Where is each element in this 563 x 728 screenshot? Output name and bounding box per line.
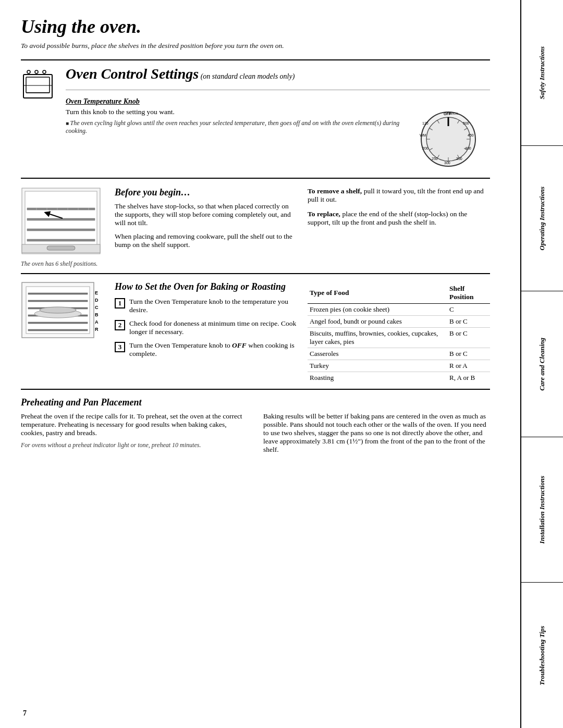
preheat-col-right: Baking results will be better if baking … [263, 412, 490, 454]
shelf-position-cell: C [447, 304, 490, 316]
page-number: 7 [23, 709, 27, 718]
step-3-text: Turn the Oven Temperature knob to OFF wh… [129, 341, 297, 358]
svg-text:500: 500 [463, 121, 469, 125]
sidebar-section-safety: Safety Instructions [521, 0, 563, 146]
oven-control-section: Oven Control Settings (on standard clean… [21, 66, 490, 172]
food-name-cell: Casseroles [308, 348, 447, 360]
oven-icon-container [21, 67, 57, 103]
svg-rect-50 [28, 300, 88, 302]
oven-control-heading: Oven Control Settings (on standard clean… [66, 66, 490, 82]
shelf-position-cell: B or C [447, 316, 490, 328]
svg-rect-49 [28, 293, 88, 294]
knob-note: The oven cycling light glows until the o… [66, 119, 401, 135]
preheat-section: Preheating and Pan Placement Preheat the… [21, 397, 490, 454]
step-2: 2 Check food for doneness at minimum tim… [115, 319, 297, 336]
table-row: RoastingR, A or B [308, 372, 490, 384]
preheat-heading: Preheating and Pan Placement [21, 397, 490, 408]
oven-control-title: Oven Control Settings [66, 66, 199, 82]
how-to-steps-col: How to Set the Oven for Baking or Roasti… [115, 281, 297, 363]
oven-icon [21, 67, 55, 101]
svg-text:450: 450 [468, 133, 474, 137]
svg-text:250: 250 [432, 157, 438, 161]
divider-mid1 [21, 178, 490, 179]
oven-positions-svg: E D C B A R [21, 281, 102, 339]
sidebar-care-label: Care and Cleaning [538, 338, 546, 391]
knob-label: Oven Temperature Knob [66, 97, 490, 106]
step-num-2: 2 [115, 320, 125, 330]
step-3: 3 Turn the Oven Temperature knob to OFF … [115, 341, 297, 358]
knob-instruction: Turn this knob to the setting you want. [66, 108, 401, 116]
food-table-col1-header: Type of Food [308, 283, 447, 304]
oven-control-subtitle: (on standard clean models only) [201, 72, 295, 80]
food-table-col2-header: Shelf Position [447, 283, 490, 304]
sidebar-operating-label: Operating Instructions [538, 187, 546, 250]
food-name-cell: Frozen pies (on cookie sheet) [308, 304, 447, 316]
table-row: Frozen pies (on cookie sheet)C [308, 304, 490, 316]
divider-mid3 [21, 389, 490, 390]
table-row: Angel food, bundt or pound cakesB or C [308, 316, 490, 328]
shelf-position-cell: B or C [447, 328, 490, 348]
sidebar-section-operating: Operating Instructions [521, 146, 563, 292]
svg-text:300: 300 [444, 161, 450, 165]
knob-diagram: OFF BROIL 500 450 400 350 300 [417, 108, 490, 172]
before-begin-heading: Before you begin… [115, 187, 297, 198]
svg-text:R: R [95, 327, 99, 332]
food-name-cell: Angel food, bundt or pound cakes [308, 316, 447, 328]
before-begin-right-col: To remove a shelf, pull it toward you, t… [308, 187, 490, 227]
sidebar-safety-label: Safety Instructions [538, 46, 546, 100]
steps-list: 1 Turn the Oven Temperature knob to the … [115, 298, 297, 358]
preheat-two-col: Preheat the oven if the recipe calls for… [21, 412, 490, 454]
preheat-col-left: Preheat the oven if the recipe calls for… [21, 412, 248, 454]
page-title: Using the oven. [21, 16, 490, 38]
temperature-knob-svg: OFF BROIL 500 450 400 350 300 [417, 108, 480, 170]
food-name-cell: Turkey [308, 360, 447, 372]
svg-rect-35 [27, 218, 95, 220]
svg-text:B: B [95, 312, 99, 317]
sidebar-troubleshooting-label: Troubleshooting Tips [538, 626, 546, 685]
shelf-position-cell: B or C [447, 348, 490, 360]
svg-rect-37 [27, 239, 95, 241]
preheat-note: For ovens without a preheat indicator li… [21, 441, 248, 449]
table-row: Biscuits, muffins, brownies, cookies, cu… [308, 328, 490, 348]
table-row: TurkeyR or A [308, 360, 490, 372]
replace-shelf-heading: To replace, [308, 210, 340, 218]
food-name-cell: Roasting [308, 372, 447, 384]
svg-rect-33 [25, 191, 97, 251]
svg-text:BROIL: BROIL [449, 112, 459, 115]
svg-text:WM: WM [420, 133, 426, 137]
right-sidebar: Safety Instructions Operating Instructio… [520, 0, 563, 728]
step-1-text: Turn the Oven Temperature knob to the te… [129, 298, 297, 314]
divider-oven-control [66, 90, 490, 90]
svg-point-62 [40, 307, 76, 313]
svg-text:350: 350 [456, 157, 462, 161]
table-row: CasserolesB or C [308, 348, 490, 360]
food-table: Type of Food Shelf Position Frozen pies … [308, 283, 490, 384]
sidebar-section-installation: Installation Instructions [521, 437, 563, 583]
step-3-bold: OFF [232, 341, 247, 349]
svg-rect-34 [27, 208, 95, 210]
shelf-illustration [21, 187, 102, 255]
shelf-caption: The oven has 6 shelf positions. [21, 260, 104, 268]
knob-section: Turn this knob to the setting you want. … [66, 108, 490, 172]
divider-mid2 [21, 273, 490, 274]
svg-text:A: A [95, 319, 99, 325]
step-num-1: 1 [115, 298, 125, 309]
svg-text:E: E [95, 290, 98, 295]
shelf-position-cell: R or A [447, 360, 490, 372]
remove-shelf-text: To remove a shelf, pull it toward you, t… [308, 187, 490, 204]
page-subtitle: To avoid possible burns, place the shelv… [21, 42, 490, 50]
how-to-section: E D C B A R How to Set the Oven for Baki… [21, 281, 490, 384]
svg-text:D: D [95, 298, 99, 303]
main-content: Using the oven. To avoid possible burns,… [0, 0, 511, 728]
shelf-position-cell: R, A or B [447, 372, 490, 384]
preheat-p1: Preheat the oven if the recipe calls for… [21, 412, 248, 437]
svg-point-4 [35, 70, 38, 73]
food-table-col: Type of Food Shelf Position Frozen pies … [308, 281, 490, 384]
svg-point-5 [43, 70, 46, 73]
svg-rect-0 [23, 75, 52, 98]
svg-text:200: 200 [422, 146, 429, 150]
remove-shelf-heading: To remove a shelf, [308, 187, 362, 195]
how-to-heading: How to Set the Oven for Baking or Roasti… [115, 281, 297, 292]
svg-text:C: C [95, 305, 99, 310]
svg-rect-54 [28, 329, 88, 331]
